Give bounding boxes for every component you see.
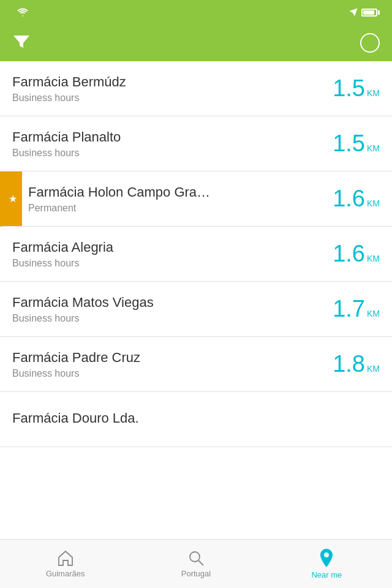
- header: [0, 24, 392, 61]
- battery-icon: [361, 9, 380, 17]
- item-content: Farmácia Planalto Business hours: [12, 129, 333, 159]
- item-name: Farmácia Planalto: [12, 129, 333, 145]
- info-button[interactable]: [360, 33, 380, 53]
- item-name: Farmácia Bermúdz: [12, 74, 333, 90]
- item-status: Permanent: [28, 203, 333, 214]
- distance-number: 1.5: [333, 130, 365, 157]
- distance-unit: KM: [367, 364, 380, 374]
- status-right: [349, 8, 380, 17]
- item-name: Farmácia Matos Viegas: [12, 295, 333, 311]
- distance-number: 1.6: [333, 241, 365, 267]
- wifi-icon: [17, 8, 28, 17]
- status-bar: [0, 0, 392, 24]
- item-distance: 1.5 KM: [333, 130, 380, 157]
- nearme-location-icon: [317, 548, 336, 568]
- star-badge: ★: [4, 172, 22, 226]
- tab-portugal-label: Portugal: [181, 569, 211, 578]
- filter-button[interactable]: [12, 33, 31, 53]
- distance-number: 1.8: [333, 351, 365, 377]
- svg-point-0: [190, 552, 200, 562]
- location-arrow-icon: [349, 8, 358, 17]
- item-status: Business hours: [12, 313, 333, 324]
- search-icon: [187, 549, 205, 567]
- item-content: Farmácia Matos Viegas Business hours: [12, 295, 333, 324]
- item-status: Business hours: [12, 368, 333, 379]
- tab-nearme-label: Near me: [311, 570, 342, 579]
- item-status: Business hours: [12, 148, 333, 159]
- distance-unit: KM: [367, 254, 380, 263]
- svg-line-1: [198, 560, 203, 565]
- list-item[interactable]: ★ Farmácia Holon Campo Gra… Permanent 1.…: [0, 172, 392, 227]
- list-item[interactable]: Farmácia Matos Viegas Business hours 1.7…: [0, 282, 392, 337]
- list-item[interactable]: Farmácia Padre Cruz Business hours 1.8 K…: [0, 337, 392, 392]
- item-distance: 1.6 KM: [333, 241, 380, 267]
- item-distance: 1.6 KM: [333, 186, 380, 212]
- distance-number: 1.7: [333, 296, 365, 322]
- item-content: Farmácia Holon Campo Gra… Permanent: [16, 184, 333, 214]
- distance-number: 1.5: [333, 75, 365, 102]
- status-left: [12, 8, 28, 17]
- item-content: Farmácia Padre Cruz Business hours: [12, 350, 333, 379]
- item-content: Farmácia Alegria Business hours: [12, 239, 333, 269]
- pharmacy-list: Farmácia Bermúdz Business hours 1.5 KM F…: [0, 61, 392, 539]
- item-name: Farmácia Padre Cruz: [12, 350, 333, 366]
- tab-nearme[interactable]: Near me: [262, 540, 392, 588]
- item-status: Business hours: [12, 258, 333, 269]
- item-distance: 1.8 KM: [333, 351, 380, 377]
- distance-unit: KM: [367, 143, 380, 153]
- list-item[interactable]: Farmácia Planalto Business hours 1.5 KM: [0, 116, 392, 172]
- distance-unit: KM: [367, 309, 380, 318]
- item-name: Farmácia Alegria: [12, 239, 333, 255]
- distance-unit: KM: [367, 88, 380, 98]
- distance-number: 1.6: [333, 186, 365, 212]
- list-item[interactable]: Farmácia Bermúdz Business hours 1.5 KM: [0, 61, 392, 116]
- item-content: Farmácia Douro Lda.: [12, 410, 380, 429]
- item-distance: 1.7 KM: [333, 296, 380, 322]
- filter-icon: [12, 33, 31, 50]
- item-name: Farmácia Douro Lda.: [12, 410, 380, 426]
- item-distance: 1.5 KM: [333, 75, 380, 102]
- tab-guimaraes[interactable]: Guimarães: [0, 540, 130, 588]
- home-icon: [56, 549, 75, 567]
- info-circle: [360, 33, 380, 53]
- list-item[interactable]: Farmácia Alegria Business hours 1.6 KM: [0, 227, 392, 282]
- item-content: Farmácia Bermúdz Business hours: [12, 74, 333, 104]
- list-item[interactable]: Farmácia Douro Lda.: [0, 392, 392, 447]
- tab-bar: Guimarães Portugal Near me: [0, 539, 392, 588]
- tab-guimaraes-label: Guimarães: [46, 569, 85, 578]
- item-name: Farmácia Holon Campo Gra…: [28, 184, 333, 200]
- tab-portugal[interactable]: Portugal: [130, 540, 261, 588]
- distance-unit: KM: [367, 198, 380, 208]
- item-status: Business hours: [12, 92, 333, 104]
